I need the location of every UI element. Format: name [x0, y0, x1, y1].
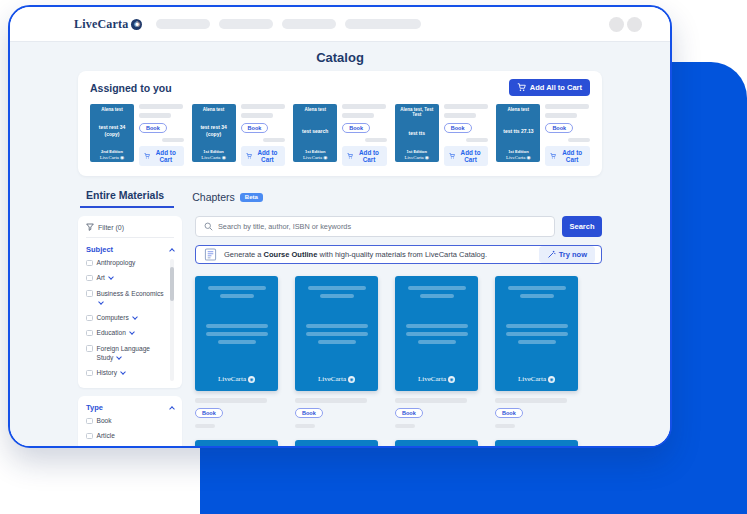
window-topbar: LiveCarta ◉ — [10, 7, 670, 41]
type-section-header[interactable]: Type — [86, 403, 174, 412]
checkbox-label: Foreign Language Study — [97, 345, 151, 361]
cover-brand: LiveCarta ◉ — [303, 155, 328, 160]
add-to-cart-button[interactable]: Add to Cart — [241, 146, 286, 166]
checkbox[interactable] — [86, 315, 93, 322]
subject-scrollbar[interactable] — [170, 259, 174, 381]
catalog-item[interactable]: LiveCarta◉ Book — [195, 276, 278, 446]
checkbox-education[interactable]: Education — [86, 329, 167, 338]
checkbox-business-economics[interactable]: Business & Economics — [86, 290, 167, 308]
catalog-item[interactable]: LiveCarta◉ Book — [395, 276, 478, 446]
cover-title-placeholder — [408, 286, 466, 290]
checkbox-history[interactable]: History — [86, 369, 167, 378]
nav-placeholder[interactable] — [219, 19, 273, 29]
cart-icon — [144, 152, 150, 160]
checkbox-computers[interactable]: Computers — [86, 314, 167, 323]
checkbox[interactable] — [86, 275, 93, 282]
cover-edition: 1st Edition — [407, 149, 427, 154]
cover-title: test rest 34 (copy) — [194, 124, 234, 137]
book-cover[interactable]: LiveCarta◉ — [195, 276, 278, 391]
page-title: Catalog — [10, 42, 670, 71]
assigned-card[interactable]: Alena test test rest 34 (copy) 2nd Editi… — [90, 104, 184, 166]
scrollbar-thumb[interactable] — [170, 267, 174, 301]
checkbox-label: History — [97, 369, 118, 376]
title-placeholder — [139, 104, 183, 109]
chevron-down-icon — [98, 299, 104, 305]
price-placeholder — [365, 138, 387, 142]
book-cover[interactable]: LiveCarta◉ — [395, 276, 478, 391]
cover-edition: 2nd Edition — [101, 149, 123, 154]
add-all-label: Add All to Cart — [530, 83, 582, 92]
checkbox[interactable] — [86, 433, 93, 440]
nav-placeholder[interactable] — [156, 19, 210, 29]
subject-list: Anthropology Art Business & Economics Co… — [86, 259, 174, 381]
cart-icon — [550, 152, 556, 160]
tab-chapters[interactable]: Chapters Beta — [192, 191, 263, 208]
cover-edition: 1st Edition — [508, 149, 528, 154]
assigned-card[interactable]: Alena test test tts 27.13 1st Edition Li… — [496, 104, 590, 166]
title-placeholder — [342, 104, 386, 109]
materials-tabs: Entire Materials Chapters Beta — [78, 189, 602, 208]
course-outline-banner: Generate a Course Outline with high-qual… — [195, 245, 602, 264]
add-to-cart-button[interactable]: Add to Cart — [444, 146, 489, 166]
search-button[interactable]: Search — [562, 216, 602, 237]
checkbox-label: Article — [97, 432, 115, 441]
livecarta-logo[interactable]: LiveCarta ◉ — [74, 17, 142, 32]
chevron-up-icon — [169, 248, 175, 254]
checkbox-book[interactable]: Book — [86, 417, 174, 426]
chevron-down-icon — [108, 275, 114, 281]
assigned-card[interactable]: Alena test, Test Test test tts 1st Editi… — [395, 104, 489, 166]
catalog-item[interactable]: LiveCarta◉ Book — [295, 276, 378, 446]
catalog-item[interactable]: LiveCarta◉ Book — [495, 276, 578, 446]
checkbox[interactable] — [86, 330, 93, 337]
add-to-cart-button[interactable]: Add to Cart — [139, 146, 184, 166]
assigned-card[interactable]: Alena test test search 1st Edition LiveC… — [293, 104, 387, 166]
checkbox-anthropology[interactable]: Anthropology — [86, 259, 167, 268]
item-price-placeholder — [295, 424, 315, 428]
add-to-cart-button[interactable]: Add to Cart — [342, 146, 387, 166]
nav-placeholder[interactable] — [345, 19, 421, 29]
checkbox-label: Computers — [97, 314, 129, 321]
book-cover-row2[interactable] — [395, 440, 478, 446]
book-cover-row2[interactable] — [495, 440, 578, 446]
search-input[interactable] — [218, 222, 546, 231]
book-cover: Alena test test rest 34 (copy) 1st Editi… — [192, 104, 236, 162]
checkbox[interactable] — [86, 370, 93, 377]
book-type-badge: Book — [295, 408, 323, 418]
nav-placeholder[interactable] — [282, 19, 336, 29]
assigned-card[interactable]: Alena test test rest 34 (copy) 1st Editi… — [192, 104, 286, 166]
add-all-to-cart-button[interactable]: Add All to Cart — [509, 79, 590, 96]
tab-label: Chapters — [192, 191, 235, 203]
add-to-cart-button[interactable]: Add to Cart — [545, 146, 590, 166]
avatar-placeholder[interactable] — [627, 17, 642, 32]
subject-section-header[interactable]: Subject — [86, 245, 174, 254]
magic-wand-icon — [547, 250, 556, 259]
book-cover-row2[interactable] — [295, 440, 378, 446]
tab-entire-materials[interactable]: Entire Materials — [80, 189, 174, 208]
logo-globe-icon: ◉ — [348, 376, 355, 383]
cover-brand: LiveCarta◉ — [518, 375, 555, 383]
checkbox[interactable] — [86, 290, 93, 297]
book-cover[interactable]: LiveCarta◉ — [495, 276, 578, 391]
avatar-placeholder[interactable] — [609, 17, 624, 32]
author-placeholder — [342, 113, 374, 118]
title-placeholder — [444, 104, 488, 109]
book-cover-row2[interactable] — [195, 440, 278, 446]
try-now-button[interactable]: Try now — [539, 246, 595, 263]
logo-globe-icon: ◉ — [548, 376, 555, 383]
logo-globe-icon: ◉ — [131, 19, 142, 30]
section-title: Type — [86, 403, 103, 412]
assigned-cards-row: Alena test test rest 34 (copy) 2nd Editi… — [90, 104, 590, 166]
cover-brand: LiveCarta◉ — [218, 375, 255, 383]
checkbox[interactable] — [86, 418, 93, 425]
cover-brand: LiveCarta ◉ — [201, 155, 226, 160]
checkbox[interactable] — [86, 260, 93, 267]
filter-header[interactable]: Filter (0) — [86, 223, 174, 238]
checkbox-art[interactable]: Art — [86, 274, 167, 283]
cover-title-placeholder — [208, 286, 266, 290]
cover-line-placeholder — [506, 332, 568, 336]
book-cover[interactable]: LiveCarta◉ — [295, 276, 378, 391]
checkbox-article[interactable]: Article — [86, 432, 174, 441]
checkbox-foreign-language-study[interactable]: Foreign Language Study — [86, 345, 167, 363]
checkbox[interactable] — [86, 345, 93, 352]
filter-count-label: Filter (0) — [98, 224, 124, 231]
